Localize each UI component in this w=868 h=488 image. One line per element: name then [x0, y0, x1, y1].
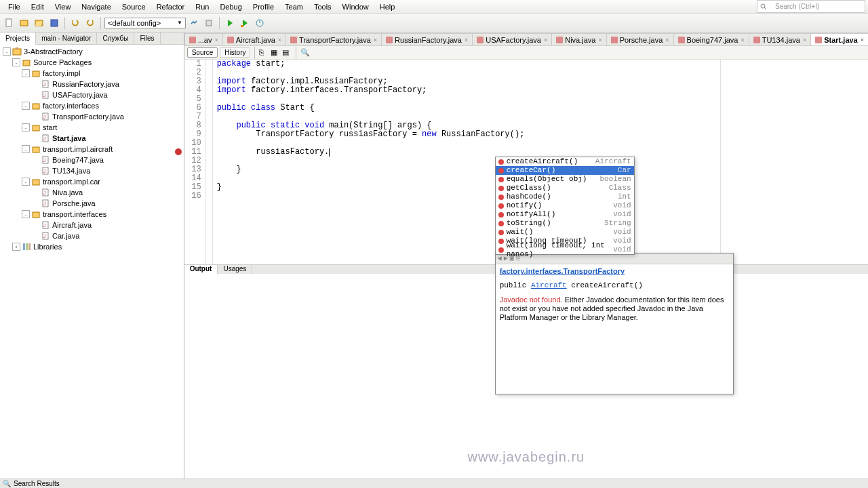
- source-view-button[interactable]: Source: [187, 47, 218, 58]
- close-icon[interactable]: ×: [861, 37, 864, 43]
- close-icon[interactable]: ×: [374, 37, 377, 43]
- menu-profile[interactable]: Profile: [248, 1, 279, 12]
- twisty-icon[interactable]: [31, 80, 39, 88]
- side-tab-services[interactable]: Службы: [97, 33, 134, 44]
- tree-node[interactable]: -transport.impl.car: [1, 176, 182, 187]
- menu-file[interactable]: File: [3, 1, 26, 12]
- twisty-icon[interactable]: [31, 221, 39, 229]
- twisty-icon[interactable]: -: [22, 178, 30, 186]
- tree-node[interactable]: -factory.impl: [1, 68, 182, 79]
- file-tab[interactable]: ...av×: [184, 33, 223, 45]
- tree-node[interactable]: JRussianFactory.java: [1, 79, 182, 89]
- run-button[interactable]: [223, 16, 237, 30]
- file-tab[interactable]: RussianFactory.java×: [381, 33, 473, 45]
- menu-help[interactable]: Help: [374, 1, 401, 12]
- tree-node[interactable]: -factory.interfaces: [1, 100, 182, 111]
- tree-node[interactable]: JUSAFactory.java: [1, 89, 182, 100]
- close-icon[interactable]: ×: [278, 37, 281, 43]
- new-project-button[interactable]: [18, 16, 31, 30]
- twisty-icon[interactable]: -: [12, 58, 20, 66]
- twisty-icon[interactable]: -: [22, 123, 30, 131]
- tree-node[interactable]: -3-AbstractFactory: [1, 46, 182, 57]
- open-button[interactable]: [33, 16, 46, 30]
- profile-button[interactable]: [253, 16, 267, 30]
- tree-node[interactable]: +Libraries: [1, 241, 182, 252]
- close-icon[interactable]: ×: [598, 37, 601, 43]
- twisty-icon[interactable]: +: [12, 243, 20, 251]
- tab-output[interactable]: Output: [184, 265, 218, 274]
- tree-node[interactable]: JTU134.java: [1, 165, 182, 176]
- global-search[interactable]: Search (Ctrl+I): [757, 0, 865, 13]
- javadoc-class-link[interactable]: factory.interfaces.TransportFactory: [500, 267, 625, 275]
- twisty-icon[interactable]: [31, 156, 39, 164]
- file-tab[interactable]: Start.java×: [810, 33, 868, 45]
- tree-node[interactable]: JTransportFactory.java: [1, 111, 182, 122]
- tree-node[interactable]: JAircraft.java: [1, 220, 182, 230]
- file-tab[interactable]: Porsche.java×: [606, 33, 674, 45]
- twisty-icon[interactable]: -: [22, 145, 30, 153]
- menu-source[interactable]: Source: [117, 1, 151, 12]
- menu-refactor[interactable]: Refactor: [151, 1, 191, 12]
- project-tree[interactable]: -3-AbstractFactory-Source Packages-facto…: [0, 45, 184, 479]
- menu-team[interactable]: Team: [279, 1, 309, 12]
- twisty-icon[interactable]: [31, 199, 39, 207]
- twisty-icon[interactable]: [31, 134, 39, 142]
- twisty-icon[interactable]: [31, 188, 39, 197]
- menu-navigate[interactable]: Navigate: [76, 1, 116, 12]
- file-tab[interactable]: Niva.java×: [551, 33, 607, 45]
- editor-tool-icon[interactable]: ▤: [282, 48, 292, 58]
- autocomplete-item[interactable]: notifyAll()void: [496, 210, 634, 219]
- tree-node[interactable]: -transport.interfaces: [1, 209, 182, 220]
- menu-tools[interactable]: Tools: [309, 1, 337, 12]
- tree-node[interactable]: -start: [1, 122, 182, 133]
- file-tab[interactable]: TransportFactory.java×: [285, 33, 382, 45]
- twisty-icon[interactable]: -: [22, 69, 30, 77]
- editor-tool-icon[interactable]: ▦: [271, 48, 280, 58]
- build-button[interactable]: [187, 16, 201, 30]
- editor-tool-icon[interactable]: ⎘: [259, 48, 269, 58]
- new-file-button[interactable]: [3, 16, 16, 30]
- file-tab[interactable]: Aircraft.java×: [222, 33, 286, 45]
- find-icon[interactable]: 🔍: [300, 48, 310, 58]
- tree-node[interactable]: -transport.impl.aircraft: [1, 144, 182, 155]
- autocomplete-item[interactable]: notify()void: [496, 201, 634, 210]
- history-view-button[interactable]: History: [220, 47, 250, 58]
- tree-node[interactable]: -Source Packages: [1, 57, 182, 68]
- twisty-icon[interactable]: -: [22, 210, 30, 218]
- autocomplete-item[interactable]: getClass()Class: [496, 184, 634, 192]
- file-tab[interactable]: Boeing747.java×: [673, 33, 749, 45]
- config-combo[interactable]: <default config>▼: [104, 18, 186, 28]
- close-icon[interactable]: ×: [465, 37, 468, 43]
- tree-node[interactable]: JPorsche.java: [1, 198, 182, 209]
- menu-view[interactable]: View: [50, 1, 77, 12]
- menu-edit[interactable]: Edit: [26, 1, 50, 12]
- autocomplete-item[interactable]: toString()String: [496, 219, 634, 228]
- side-tab-files[interactable]: Files: [134, 33, 160, 44]
- javadoc-back-icon[interactable]: ◀: [498, 254, 502, 263]
- tree-node[interactable]: JNiva.java: [1, 187, 182, 198]
- file-tab[interactable]: USAFactory.java×: [472, 33, 552, 45]
- code-editor[interactable]: 12345678910111213141516 package start; i…: [184, 60, 868, 264]
- close-icon[interactable]: ×: [665, 37, 669, 43]
- autocomplete-item[interactable]: createCar()Car: [496, 166, 634, 175]
- close-icon[interactable]: ×: [741, 37, 744, 43]
- autocomplete-item[interactable]: hashCode()int: [496, 192, 634, 201]
- autocomplete-item[interactable]: equals(Object obj)boolean: [496, 175, 634, 184]
- debug-button[interactable]: [238, 16, 252, 30]
- close-icon[interactable]: ×: [803, 37, 806, 43]
- side-tab-navigator[interactable]: main - Navigator: [36, 33, 97, 44]
- twisty-icon[interactable]: [31, 167, 39, 175]
- tree-node[interactable]: JBoeing747.java: [1, 155, 182, 165]
- tree-node[interactable]: JCar.java: [1, 230, 182, 241]
- clean-build-button[interactable]: [202, 16, 216, 30]
- menu-run[interactable]: Run: [190, 1, 214, 12]
- twisty-icon[interactable]: [31, 232, 39, 240]
- close-icon[interactable]: ×: [214, 37, 218, 43]
- menu-debug[interactable]: Debug: [214, 1, 247, 12]
- save-all-button[interactable]: [47, 16, 61, 30]
- autocomplete-item[interactable]: wait(long timeout, int nanos)void: [496, 245, 634, 254]
- tab-usages[interactable]: Usages: [218, 265, 252, 274]
- twisty-icon[interactable]: [31, 113, 39, 121]
- autocomplete-item[interactable]: createAircraft()Aircraft: [496, 157, 634, 166]
- file-tab[interactable]: TU134.java×: [749, 33, 812, 45]
